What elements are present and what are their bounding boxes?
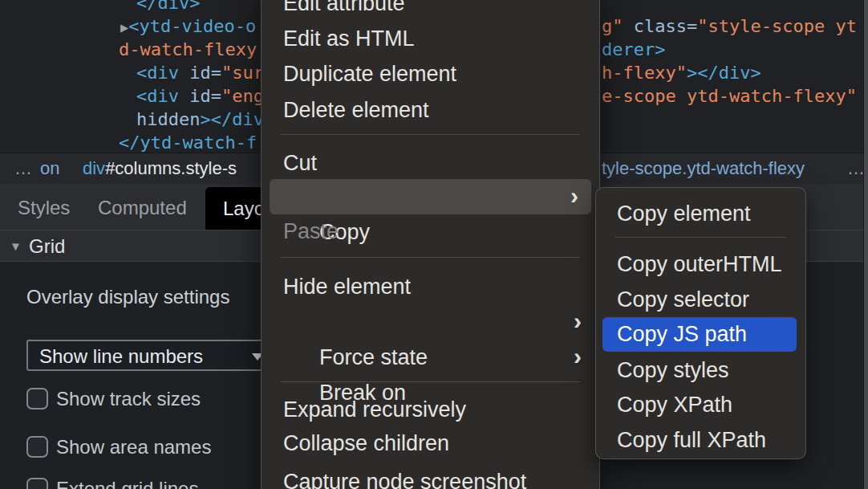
expand-arrow-icon[interactable]: ▶ [120,19,128,35]
dom-node-line[interactable]: derer> [602,39,665,60]
menu-item-edit-as-html[interactable]: Edit as HTML [262,21,599,56]
tab-computed[interactable]: Computed [98,197,187,219]
dom-node-line[interactable]: d-watch-flexy [119,39,257,60]
submenu-chevron-icon: › [570,179,578,213]
line-numbers-dropdown[interactable]: Show line numbers [26,340,274,371]
submenu-chevron-icon: › [574,340,582,373]
overlay-display-settings-heading: Overlay display settings [26,286,229,308]
checkbox-label[interactable]: Show track sizes [56,388,201,410]
dropdown-selected-value: Show line numbers [39,345,203,368]
menu-item-capture-node-screenshot[interactable]: Capture node screenshot [262,464,599,489]
dom-node-line[interactable]: </div> [136,0,200,14]
dom-node-line[interactable]: <div id="sur [136,63,264,84]
menu-divider [281,257,580,258]
grid-section-title[interactable]: Grid [29,235,65,258]
submenu-item-copy-xpath[interactable]: Copy XPath [596,387,805,422]
breadcrumb-crumb-fragment[interactable]: on [40,158,59,179]
dom-node-line[interactable]: h-flexy"></div> [602,63,761,84]
extend-grid-lines-checkbox[interactable] [26,478,48,489]
breadcrumb-overflow-right[interactable]: … [847,158,865,179]
dom-node-line[interactable]: hidden></div [136,109,264,130]
breadcrumb-selected-crumb[interactable]: div#columns.style-s [83,158,237,179]
menu-divider [281,134,580,135]
menu-divider [615,237,786,238]
context-menu: Edit attribute Edit as HTML Duplicate el… [261,0,600,489]
dom-node-line[interactable]: <div id="eng [136,86,264,107]
menu-item-break-on[interactable]: Break on › [262,340,599,375]
show-area-names-checkbox[interactable] [26,436,48,458]
dom-node-line[interactable]: ▶<ytd-video-o [120,16,256,38]
copy-submenu: Copy element Copy outerHTML Copy selecto… [595,187,806,459]
menu-item-edit-attribute[interactable]: Edit attribute [262,0,599,21]
submenu-item-copy-full-xpath[interactable]: Copy full XPath [596,422,805,458]
breadcrumb-crumb[interactable]: tyle-scope.ytd-watch-flexy [602,158,805,179]
scrollbar[interactable] [863,0,868,489]
dom-node-line[interactable]: </ytd-watch-f [119,132,257,153]
tab-styles[interactable]: Styles [18,197,70,219]
submenu-item-copy-element[interactable]: Copy element [596,196,805,231]
menu-item-copy[interactable]: Copy › [270,179,591,214]
menu-item-collapse-children[interactable]: Collapse children [262,426,599,461]
submenu-item-copy-js-path[interactable]: Copy JS path [602,317,797,352]
breadcrumb-overflow-left[interactable]: … [14,158,32,179]
menu-item-delete-element[interactable]: Delete element [262,92,599,128]
submenu-item-copy-outerhtml[interactable]: Copy outerHTML [596,247,805,282]
checkbox-label[interactable]: Extend grid lines [56,478,198,489]
menu-item-paste: Paste [262,214,599,249]
submenu-item-copy-selector[interactable]: Copy selector [596,282,805,317]
menu-item-force-state[interactable]: Force state › [262,304,599,340]
menu-divider [281,381,580,382]
show-track-sizes-checkbox[interactable] [26,388,48,410]
menu-item-hide-element[interactable]: Hide element [262,269,599,304]
checkbox-label[interactable]: Show area names [56,436,211,458]
submenu-chevron-icon: › [574,304,582,338]
disclosure-triangle-icon[interactable]: ▼ [10,239,22,253]
dom-node-line[interactable]: g" class="style-scope yt [602,16,857,37]
dom-node-line[interactable]: e-scope ytd-watch-flexy" [602,86,857,107]
menu-item-duplicate-element[interactable]: Duplicate element [262,56,599,92]
menu-item-expand-recursively[interactable]: Expand recursively [262,392,599,427]
devtools-window: </div> ▶<ytd-video-o d-watch-flexy <div … [0,0,868,489]
menu-item-cut[interactable]: Cut [262,145,599,181]
submenu-item-copy-styles[interactable]: Copy styles [596,352,805,388]
